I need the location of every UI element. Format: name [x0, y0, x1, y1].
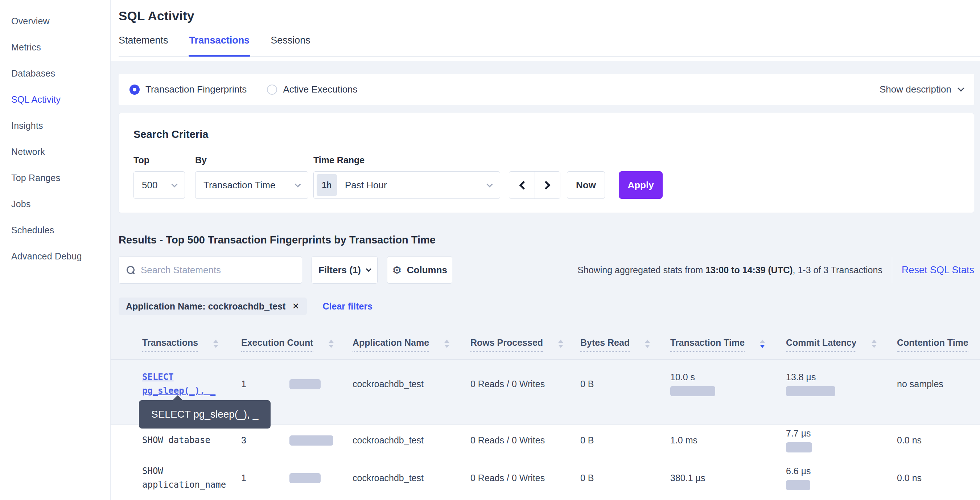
now-button[interactable]: Now	[567, 171, 605, 199]
column-header-execution-count[interactable]: Execution Count	[241, 338, 353, 352]
contention-time-cell: 0.0 ns	[897, 435, 974, 446]
top-select[interactable]: 500	[134, 171, 185, 199]
time-range-badge: 1h	[317, 174, 337, 196]
sidebar-item-network[interactable]: Network	[0, 139, 110, 165]
transaction-fingerprint[interactable]: SHOW application_name	[142, 466, 226, 489]
radio-option-label: Active Executions	[283, 84, 357, 95]
show-description-toggle[interactable]: Show description	[880, 84, 963, 95]
reset-sql-stats-link[interactable]: Reset SQL Stats	[902, 264, 974, 276]
sql-tooltip: SELECT pg_sleep(_), _	[139, 400, 270, 428]
transaction-time-cell: 380.1 µs	[670, 473, 786, 483]
commit-latency-bar	[786, 480, 810, 490]
sort-arrows-icon[interactable]	[872, 340, 877, 348]
time-range-value: Past Hour	[345, 180, 387, 191]
column-header-transaction-time[interactable]: Transaction Time	[670, 338, 786, 352]
tab-statements[interactable]: Statements	[119, 35, 168, 56]
columns-button-label: Columns	[407, 264, 447, 276]
chevron-down-icon	[958, 85, 964, 91]
app-root: OverviewMetricsDatabasesSQL ActivityInsi…	[0, 0, 980, 500]
column-header-contention-time[interactable]: Contention Time	[897, 338, 974, 352]
execution-count-bar	[290, 435, 333, 446]
execution-count-value: 1	[241, 379, 259, 389]
radio-icon	[129, 84, 140, 95]
commit-latency-bar	[786, 442, 812, 452]
chevron-down-icon	[295, 182, 301, 188]
sort-arrows-icon[interactable]	[558, 340, 563, 348]
sidebar-item-label: Metrics	[11, 42, 41, 53]
table-header-row: Transactions Execution Count Application…	[111, 330, 980, 359]
by-select[interactable]: Transaction Time	[195, 171, 308, 199]
time-range-select[interactable]: 1h Past Hour	[313, 171, 500, 199]
radio-icon	[267, 84, 277, 95]
top-label: Top	[134, 155, 185, 166]
sidebar-item-insights[interactable]: Insights	[0, 113, 110, 139]
transaction-time-value: 380.1 µs	[670, 473, 705, 483]
sidebar-item-top-ranges[interactable]: Top Ranges	[0, 165, 110, 191]
column-header-bytes-read[interactable]: Bytes Read	[580, 338, 670, 352]
column-header-rows-processed[interactable]: Rows Processed	[471, 338, 580, 352]
column-header-label: Commit Latency	[786, 338, 856, 352]
rows-processed-cell: 0 Reads / 0 Writes	[471, 473, 580, 483]
sort-arrows-icon[interactable]	[645, 340, 650, 348]
transaction-time-bar	[670, 386, 715, 396]
radio-option-active-executions[interactable]: Active Executions	[267, 84, 357, 95]
transaction-time-cell: 1.0 ms	[670, 435, 786, 446]
stats-range: 13:00 to 14:39 (UTC)	[705, 265, 792, 275]
radio-option-transaction-fingerprints[interactable]: Transaction Fingerprints	[129, 84, 247, 95]
time-range-label: Time Range	[313, 155, 500, 166]
sidebar-item-overview[interactable]: Overview	[0, 8, 110, 34]
column-header-transactions[interactable]: Transactions	[142, 338, 241, 352]
application-name-cell: cockroachdb_test	[353, 435, 471, 446]
page-title: SQL Activity	[119, 9, 980, 23]
results-heading: Results - Top 500 Transaction Fingerprin…	[119, 234, 974, 246]
next-time-button[interactable]	[535, 172, 560, 199]
content-area: Transaction Fingerprints Active Executio…	[111, 61, 980, 500]
sidebar-item-metrics[interactable]: Metrics	[0, 34, 110, 60]
chevron-right-icon	[541, 181, 550, 189]
tab-sessions[interactable]: Sessions	[270, 35, 310, 56]
transaction-fingerprint[interactable]: SHOW database	[142, 435, 210, 445]
by-label: By	[195, 155, 308, 166]
transaction-fingerprint[interactable]: SELECT pg_sleep(_), _	[142, 372, 215, 395]
filter-chip-application-name[interactable]: Application Name: cockroachdb_test ✕	[119, 298, 307, 315]
tab-transactions[interactable]: Transactions	[189, 35, 250, 56]
apply-button[interactable]: Apply	[619, 171, 663, 199]
sidebar-item-jobs[interactable]: Jobs	[0, 191, 110, 217]
filter-chip-label: Application Name: cockroachdb_test	[126, 301, 285, 312]
sort-arrows-icon[interactable]	[213, 340, 218, 348]
contention-time-cell: 0.0 ns	[897, 473, 974, 483]
column-header-application-name[interactable]: Application Name	[353, 338, 471, 352]
commit-latency-bar	[786, 386, 835, 396]
tab-bar: StatementsTransactionsSessions	[119, 35, 980, 57]
filters-button[interactable]: Filters (1)	[312, 256, 377, 284]
prev-time-button[interactable]	[509, 172, 535, 199]
sidebar-item-advanced-debug[interactable]: Advanced Debug	[0, 243, 110, 269]
bytes-read-cell: 0 B	[580, 473, 670, 483]
bytes-read-cell: 0 B	[580, 435, 670, 446]
sidebar-item-label: Jobs	[11, 199, 31, 209]
main-area: SQL Activity StatementsTransactionsSessi…	[111, 0, 980, 500]
commit-latency-cell: 13.8 µs	[786, 372, 897, 412]
sort-arrows-icon[interactable]	[760, 340, 765, 348]
transaction-time-cell: 10.0 s	[670, 372, 786, 412]
show-description-label: Show description	[880, 84, 951, 95]
search-criteria-heading: Search Criteria	[134, 129, 959, 140]
close-icon[interactable]: ✕	[292, 301, 299, 311]
results-toolbar: Filters (1) ⚙ Columns Showing aggregated…	[119, 256, 974, 284]
execution-count-value: 3	[241, 435, 259, 446]
search-statements-input[interactable]	[141, 264, 294, 276]
clear-filters-link[interactable]: Clear filters	[323, 301, 373, 312]
column-header-label: Transactions	[142, 338, 198, 352]
sidebar-item-schedules[interactable]: Schedules	[0, 217, 110, 243]
search-criteria-card: Search Criteria Top 500 By Transaction T…	[119, 113, 974, 213]
sidebar-item-label: Advanced Debug	[11, 251, 82, 262]
sort-arrows-icon[interactable]	[444, 340, 449, 348]
columns-button[interactable]: ⚙ Columns	[387, 256, 452, 284]
sidebar-item-databases[interactable]: Databases	[0, 60, 110, 86]
column-header-label: Contention Time	[897, 338, 968, 352]
sort-arrows-icon[interactable]	[329, 340, 334, 348]
sidebar-item-sql-activity[interactable]: SQL Activity	[0, 86, 110, 113]
page-header: SQL Activity StatementsTransactionsSessi…	[111, 0, 980, 61]
column-header-commit-latency[interactable]: Commit Latency	[786, 338, 897, 352]
execution-count-bar	[290, 379, 321, 389]
